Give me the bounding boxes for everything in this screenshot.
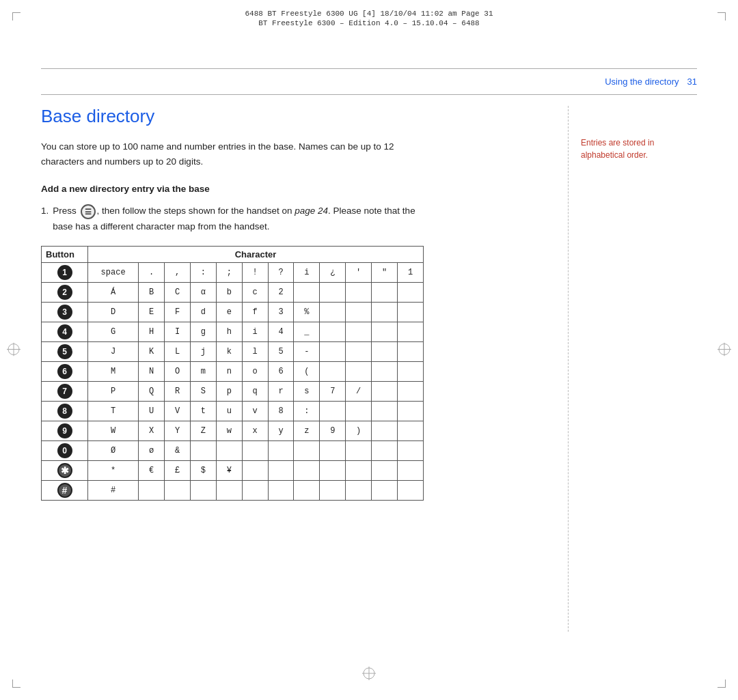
- table-cell-char: u: [216, 402, 242, 421]
- step-1-press: Press: [53, 206, 77, 216]
- table-cell-char: [216, 481, 242, 501]
- table-row: 0Øø&: [42, 441, 424, 461]
- table-cell-char: [346, 481, 372, 501]
- table-cell-button: 8: [42, 402, 88, 421]
- table-cell-char: e: [216, 303, 242, 322]
- table-cell-char: V: [165, 402, 191, 421]
- table-cell-char: .: [139, 263, 165, 283]
- table-cell-char: b: [216, 283, 242, 303]
- table-cell-char: [320, 342, 346, 362]
- header-subtitle: BT Freestyle 6300 – Edition 4.0 – 15.10.…: [41, 19, 697, 27]
- table-cell-char: 6: [268, 362, 294, 382]
- table-cell-char: _: [294, 322, 320, 342]
- intro-text: You can store up to 100 name and number …: [41, 139, 437, 169]
- table-cell-char: m: [190, 362, 216, 382]
- table-cell-char: S: [190, 382, 216, 402]
- table-cell-char: [294, 481, 320, 501]
- table-cell-char: [320, 441, 346, 461]
- table-cell-char: 7: [320, 382, 346, 402]
- btn-circle-icon: 8: [57, 404, 72, 419]
- btn-circle-icon: 2: [57, 285, 72, 300]
- table-cell-char: :: [190, 263, 216, 283]
- table-cell-char: £: [165, 461, 191, 481]
- table-cell-char: Ø: [88, 441, 139, 461]
- table-cell-char: ): [346, 421, 372, 441]
- table-cell-char: M: [88, 362, 139, 382]
- header-top-line: 6488 BT Freestyle 6300 UG [4] 18/10/04 1…: [41, 10, 697, 18]
- table-cell-char: [346, 402, 372, 421]
- table-cell-char: ': [346, 263, 372, 283]
- table-cell-char: G: [88, 322, 139, 342]
- table-cell-char: r: [268, 382, 294, 402]
- reg-mark-left: [7, 342, 20, 358]
- table-cell-char: [268, 441, 294, 461]
- table-cell-char: D: [88, 303, 139, 322]
- btn-circle-icon: 5: [57, 344, 72, 359]
- table-cell-char: n: [216, 362, 242, 382]
- corner-mark-bl: [12, 680, 20, 688]
- table-cell-char: ;: [216, 263, 242, 283]
- table-cell-char: (: [294, 362, 320, 382]
- table-cell-char: ,: [165, 263, 191, 283]
- table-cell-char: c: [242, 283, 268, 303]
- main-content: Base directory You can store up to 100 n…: [41, 106, 437, 501]
- table-cell-char: ¥: [216, 461, 242, 481]
- table-row: 9WXYZwxyz9): [42, 421, 424, 441]
- table-cell-button: 4: [42, 322, 88, 342]
- table-cell-char: [242, 481, 268, 501]
- step-num-1: 1.: [41, 204, 49, 234]
- table-cell-char: [397, 421, 423, 441]
- reg-mark-right: [718, 342, 731, 358]
- table-cell-char: [397, 382, 423, 402]
- table-cell-char: [372, 402, 398, 421]
- table-cell-char: &: [165, 441, 191, 461]
- table-row: 5JKLjkl5-: [42, 342, 424, 362]
- table-cell-char: [320, 461, 346, 481]
- table-cell-button: #: [42, 481, 88, 501]
- table-cell-char: P: [88, 382, 139, 402]
- table-cell-char: α: [190, 283, 216, 303]
- table-cell-char: [397, 283, 423, 303]
- table-cell-char: [346, 283, 372, 303]
- table-cell-char: 2: [268, 283, 294, 303]
- table-cell-char: [320, 322, 346, 342]
- table-cell-char: g: [190, 322, 216, 342]
- page-number: 31: [687, 76, 697, 87]
- table-cell-char: [397, 303, 423, 322]
- table-cell-char: !: [242, 263, 268, 283]
- subheading: Add a new directory entry via the base: [41, 184, 437, 194]
- table-cell-char: z: [294, 421, 320, 441]
- table-cell-char: [397, 461, 423, 481]
- table-cell-button: 6: [42, 362, 88, 382]
- table-cell-char: E: [139, 303, 165, 322]
- btn-circle-icon: 1: [57, 265, 72, 280]
- table-cell-char: o: [242, 362, 268, 382]
- table-cell-char: [372, 322, 398, 342]
- table-cell-char: [190, 441, 216, 461]
- section-header: Using the directory 31: [41, 76, 697, 87]
- step-1: 1. Press ☰, then follow the steps shown …: [41, 204, 437, 234]
- table-cell-char: [242, 461, 268, 481]
- table-cell-char: [372, 441, 398, 461]
- table-cell-char: [397, 342, 423, 362]
- table-cell-char: s: [294, 382, 320, 402]
- table-cell-char: [346, 441, 372, 461]
- table-cell-char: [268, 481, 294, 501]
- table-cell-char: 1: [397, 263, 423, 283]
- btn-circle-icon: 4: [57, 324, 72, 339]
- step-1-text: , then follow the steps shown for the ha…: [53, 206, 415, 231]
- table-cell-char: ": [372, 263, 398, 283]
- table-cell-char: t: [190, 402, 216, 421]
- reg-mark-bottom: [362, 667, 376, 682]
- table-cell-char: B: [139, 283, 165, 303]
- table-cell-char: ø: [139, 441, 165, 461]
- table-cell-char: -: [294, 342, 320, 362]
- table-cell-char: $: [190, 461, 216, 481]
- table-cell-char: 3: [268, 303, 294, 322]
- table-cell-char: [372, 303, 398, 322]
- table-cell-char: [320, 303, 346, 322]
- table-cell-char: y: [268, 421, 294, 441]
- table-cell-button: 5: [42, 342, 88, 362]
- table-cell-char: q: [242, 382, 268, 402]
- table-cell-button: ✱: [42, 461, 88, 481]
